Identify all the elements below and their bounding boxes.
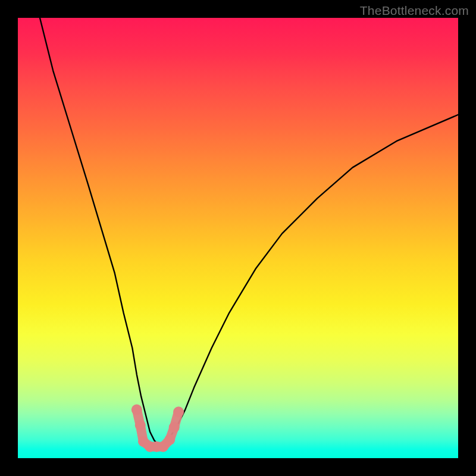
marker-dot xyxy=(173,406,184,417)
bottleneck-curve xyxy=(40,18,458,445)
plot-area xyxy=(18,18,458,458)
marker-dot xyxy=(164,434,175,445)
marker-dot xyxy=(169,422,180,433)
chart-svg xyxy=(18,18,458,458)
chart-frame: TheBottleneck.com xyxy=(0,0,476,476)
marker-layer xyxy=(131,405,184,452)
watermark-text: TheBottleneck.com xyxy=(360,4,469,18)
marker-dot xyxy=(131,405,142,415)
marker-dot xyxy=(135,420,146,431)
curve-layer xyxy=(40,18,458,445)
